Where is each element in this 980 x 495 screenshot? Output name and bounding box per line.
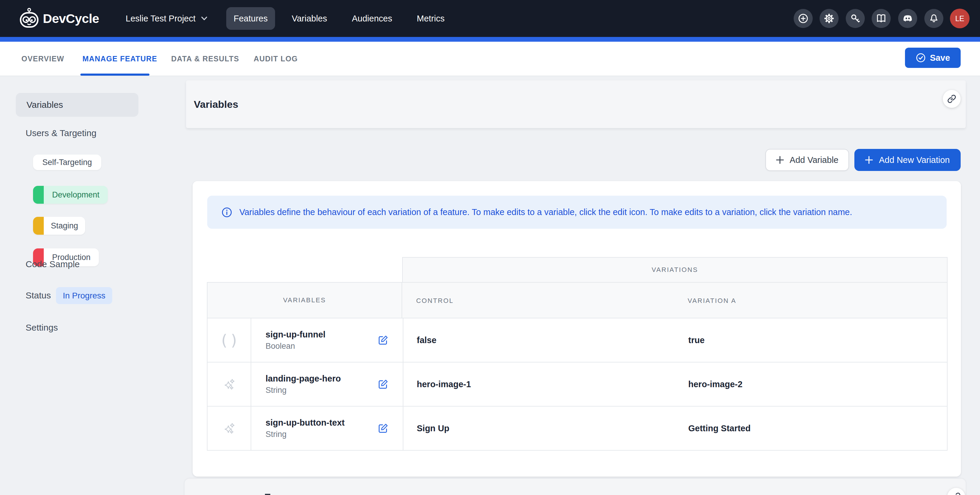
sidebar-chip-self-targeting[interactable]: Self-Targeting — [33, 154, 101, 170]
brand-wordmark: DevCycle — [43, 0, 99, 37]
add-variable-button[interactable]: Add Variable — [765, 149, 849, 171]
variable-type: String — [266, 385, 341, 396]
link-icon — [947, 94, 956, 103]
edit-variable-button[interactable] — [378, 335, 388, 345]
next-section-panel — [185, 479, 966, 495]
info-icon — [221, 207, 232, 218]
control-column-header: CONTROL — [416, 283, 454, 319]
sidebar-chip-staging[interactable]: Staging — [33, 217, 85, 235]
avatar[interactable]: LE — [950, 9, 970, 28]
variable-name[interactable]: sign-up-button-text — [266, 417, 345, 428]
variation-a-value: hero-image-2 — [688, 363, 743, 406]
sparkles-icon — [207, 407, 251, 450]
link-icon — [952, 492, 961, 495]
key-icon — [850, 13, 860, 24]
control-value: false — [417, 318, 436, 362]
table-row: () sign-up-funnel Boolean false true — [207, 318, 948, 363]
discord-button[interactable] — [898, 9, 917, 28]
sidebar-item-variables[interactable]: Variables — [16, 93, 138, 117]
info-banner: Variables define the behaviour of each v… — [207, 196, 947, 229]
sidebar-item-status: Status — [25, 290, 51, 301]
project-selector[interactable]: Leslie Test Project — [126, 0, 207, 37]
info-banner-text: Variables define the behaviour of each v… — [239, 207, 852, 217]
control-value: hero-image-1 — [417, 363, 471, 406]
variation-column-headers: CONTROL VARIATION A — [402, 282, 948, 318]
api-keys-button[interactable] — [846, 9, 865, 28]
navbar: DevCycle Leslie Test Project Features Va… — [0, 0, 980, 37]
page-title: Variables — [194, 80, 238, 128]
tab-audit-log[interactable]: AUDIT LOG — [254, 42, 298, 76]
nav-item-metrics[interactable]: Metrics — [417, 0, 444, 37]
add-new-button[interactable] — [794, 9, 813, 28]
table-row: sign-up-button-text String Sign Up Getti… — [207, 407, 948, 450]
sidebar-item-users-targeting[interactable]: Users & Targeting — [25, 128, 97, 138]
notifications-button[interactable] — [924, 9, 943, 28]
copy-link-button[interactable] — [943, 90, 961, 108]
nav-item-features[interactable]: Features — [226, 7, 275, 30]
edit-variable-button[interactable] — [378, 423, 388, 434]
table-row: landing-page-hero String hero-image-1 he… — [207, 363, 948, 407]
copy-link-button[interactable] — [947, 488, 965, 495]
settings-button[interactable] — [819, 9, 838, 28]
discord-icon — [902, 13, 913, 24]
nav-item-variables[interactable]: Variables — [292, 0, 327, 37]
status-badge[interactable]: In Progress — [56, 287, 112, 304]
content: Variables Variables Users & Targeting Se… — [0, 76, 980, 495]
edit-icon — [378, 379, 388, 389]
edit-icon — [378, 423, 388, 433]
check-circle-icon — [916, 53, 926, 63]
docs-button[interactable] — [872, 9, 891, 28]
variable-name[interactable]: landing-page-hero — [266, 372, 341, 385]
bell-icon — [929, 13, 939, 24]
section-header-panel: Variables — [186, 80, 966, 128]
variables-card: Variables define the behaviour of each v… — [192, 181, 961, 476]
variation-a-column-header: VARIATION A — [688, 283, 736, 319]
book-icon — [876, 13, 886, 24]
clipped-text — [265, 494, 270, 495]
gear-icon — [824, 13, 834, 24]
sparkles-icon — [207, 363, 251, 406]
variable-name[interactable]: sign-up-funnel — [266, 328, 325, 341]
tab-data-results[interactable]: DATA & RESULTS — [171, 42, 239, 76]
variations-header: VARIATIONS — [402, 257, 948, 282]
save-button[interactable]: Save — [905, 48, 961, 68]
add-new-variation-button[interactable]: Add New Variation — [854, 149, 961, 171]
control-value: Sign Up — [417, 407, 450, 450]
edit-icon — [378, 335, 388, 345]
tab-manage-feature[interactable]: MANAGE FEATURE — [83, 42, 157, 76]
variables-table: VARIATIONS VARIABLES CONTROL VARIATION A… — [207, 257, 948, 451]
variation-a-value: Getting Started — [688, 407, 751, 450]
edit-variable-button[interactable] — [378, 379, 388, 390]
chevron-down-icon — [201, 16, 207, 21]
sidebar-chip-development[interactable]: Development — [33, 186, 108, 204]
env-color-bar — [33, 217, 44, 235]
devcycle-logo-icon — [18, 7, 40, 30]
variables-column-header: VARIABLES — [207, 282, 402, 318]
plus-circle-icon — [798, 13, 808, 24]
active-tab-underline — [80, 73, 150, 76]
nav-item-audiences[interactable]: Audiences — [352, 0, 392, 37]
feature-tabbar: OVERVIEW MANAGE FEATURE DATA & RESULTS A… — [0, 42, 980, 76]
progress-strip — [0, 37, 980, 42]
variation-a-value: true — [688, 318, 705, 362]
app: DevCycle Leslie Test Project Features Va… — [0, 0, 980, 495]
plus-icon — [776, 156, 784, 164]
env-color-bar — [33, 186, 44, 204]
tab-overview[interactable]: OVERVIEW — [21, 42, 64, 76]
plus-icon — [865, 156, 873, 164]
sidebar-item-code-sample[interactable]: Code Sample — [25, 259, 80, 269]
variable-type: Boolean — [266, 341, 325, 352]
boolean-icon: () — [207, 318, 251, 362]
variable-type: String — [266, 428, 345, 440]
sidebar-item-settings[interactable]: Settings — [25, 323, 58, 333]
